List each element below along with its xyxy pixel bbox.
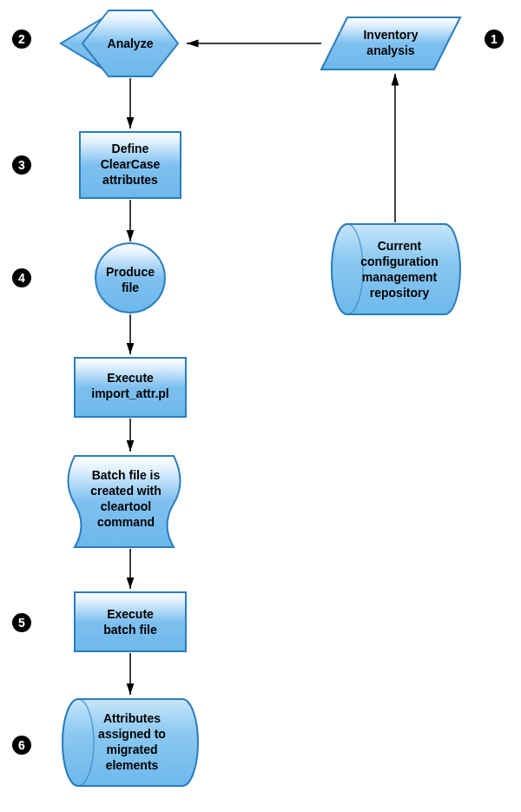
badge-4: 4 xyxy=(12,268,31,287)
attributes-line3: migrated xyxy=(106,743,157,756)
batch-line2: created with xyxy=(90,484,162,498)
attributes-line2: assigned to xyxy=(98,727,166,741)
repo-line4: repository xyxy=(370,286,430,300)
batch-line3: cleartool xyxy=(101,499,151,513)
badge-2-label: 2 xyxy=(18,32,25,46)
execbatch-line1: Execute xyxy=(107,607,154,621)
node-attributes-assigned: Attributes assigned to migrated elements xyxy=(63,699,198,786)
svg-rect-8 xyxy=(75,592,186,651)
badge-6-label: 6 xyxy=(18,738,25,752)
inventory-line1: Inventory xyxy=(363,28,418,42)
batch-line4: command xyxy=(97,515,155,529)
badge-3-label: 3 xyxy=(18,158,25,172)
flowchart-diagram: 1 2 Inventory analysis Analyze 3 Define … xyxy=(0,0,521,812)
inventory-line2: analysis xyxy=(366,43,414,57)
batch-line1: Batch file is xyxy=(92,468,161,482)
badge-2: 2 xyxy=(12,30,31,49)
attributes-line1: Attributes xyxy=(103,711,161,725)
repo-line1: Current xyxy=(378,239,422,253)
execimport-line1: Execute xyxy=(107,371,154,385)
produce-line1: Produce xyxy=(106,265,155,279)
node-analyze-shape: Analyze xyxy=(82,10,178,76)
node-produce-file: Produce file xyxy=(96,243,165,313)
define-line2: ClearCase xyxy=(101,157,161,171)
define-line1: Define xyxy=(112,142,149,155)
node-current-repo: Current configuration management reposit… xyxy=(332,224,460,314)
node-execute-import: Execute import_attr.pl xyxy=(75,358,186,417)
badge-5-label: 5 xyxy=(18,616,25,630)
repo-line2: configuration xyxy=(360,254,438,268)
repo-line3: management xyxy=(362,270,438,284)
analyze-line1: Analyze xyxy=(108,36,154,50)
badge-6: 6 xyxy=(12,736,31,755)
node-batch-file: Batch file is created with cleartool com… xyxy=(69,456,181,547)
badge-1: 1 xyxy=(485,30,504,49)
badge-1-label: 1 xyxy=(491,32,498,46)
execimport-line2: import_attr.pl xyxy=(91,386,168,400)
node-inventory-analysis: Inventory analysis xyxy=(321,17,460,69)
node-define-clearcase: Define ClearCase attributes xyxy=(80,132,181,198)
badge-4-label: 4 xyxy=(18,271,25,285)
badge-5: 5 xyxy=(12,613,31,632)
define-line3: attributes xyxy=(102,173,158,187)
produce-line2: file xyxy=(122,281,139,294)
execbatch-line2: batch file xyxy=(103,623,157,637)
attributes-line4: elements xyxy=(106,758,159,772)
node-execute-batch: Execute batch file xyxy=(75,592,186,651)
badge-3: 3 xyxy=(12,155,31,175)
